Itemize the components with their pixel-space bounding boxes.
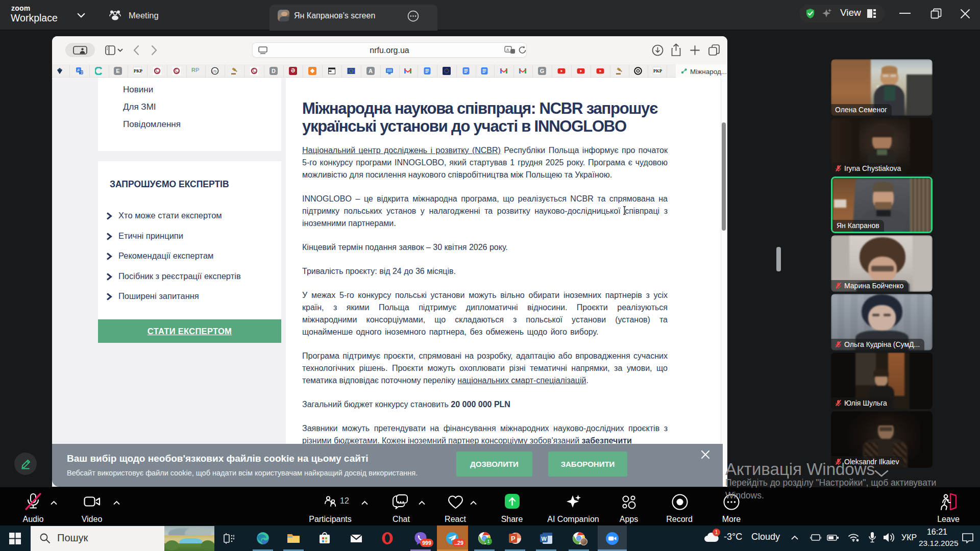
svg-text:文: 文 [80, 70, 84, 74]
svg-text:W: W [542, 536, 547, 542]
svg-text:LTD: LTD [212, 70, 217, 73]
svg-text:P: P [511, 535, 516, 542]
svg-text:A: A [506, 47, 509, 52]
